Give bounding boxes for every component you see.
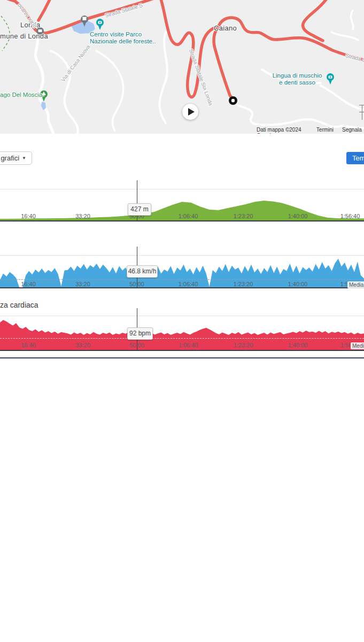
poi-label-lingua: Lingua di muschio e denti sasso [270, 72, 324, 86]
poi-label-centro-visite: Centro visite Parco Nazionale delle fore… [90, 31, 156, 45]
elevation-chart[interactable] [0, 189, 364, 220]
play-icon [188, 108, 195, 116]
heart-rate-chart[interactable] [0, 316, 364, 350]
elevation-area [0, 201, 364, 220]
town-label-caiano: Caiano [214, 24, 237, 32]
time-toggle-button[interactable]: Tempo [346, 152, 364, 164]
activity-analysis-page: Londa Caiano mune di Londa Centro visite… [0, 0, 364, 642]
poi-label-lago: ago Del Moscia [0, 91, 42, 98]
speed-axis-line [0, 287, 364, 288]
speed-average-line [0, 279, 364, 280]
terms-link[interactable]: Termini [316, 127, 334, 134]
heart-rate-average-label: Media [351, 342, 364, 349]
charts-dropdown-label: a grafici [0, 154, 19, 162]
map-scale [359, 105, 364, 120]
elevation-axis-line [0, 220, 364, 221]
chevron-down-icon: ▼ [22, 156, 26, 160]
section-divider [0, 357, 364, 358]
photo-pin-centro-icon [96, 19, 104, 30]
heart-rate-tooltip: 92 bpm [127, 327, 153, 340]
speed-area [0, 259, 364, 288]
heart-rate-average-line [0, 338, 364, 339]
heart-rate-heading: za cardiaca [0, 301, 38, 309]
report-link[interactable]: Segnala un [342, 127, 364, 134]
play-button[interactable] [182, 104, 198, 120]
map-data-attribution: Dati mappa ©2024 Google [257, 127, 308, 134]
speed-chart[interactable] [0, 255, 364, 287]
map-attribution: Dati mappa ©2024 Google Termini Segnala … [257, 127, 364, 134]
photo-pin-lingua-icon [327, 73, 334, 85]
heart-rate-axis-line [0, 350, 364, 351]
position-marker-icon [229, 96, 237, 105]
map-container[interactable]: Londa Caiano mune di Londa Centro visite… [0, 0, 364, 134]
speed-average-label: Media [347, 281, 364, 288]
speed-tooltip: 46.8 km/h [127, 265, 158, 278]
heart_rate-area [0, 320, 364, 350]
elevation-tooltip: 427 m [128, 203, 151, 216]
poi-label-comune: mune di Londa [0, 32, 48, 40]
charts-dropdown-button[interactable]: a grafici ▼ [0, 151, 32, 165]
